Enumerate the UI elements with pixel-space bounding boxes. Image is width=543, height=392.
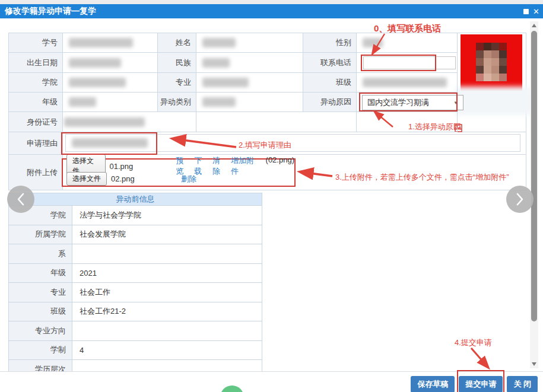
birth-date-value: [63, 53, 158, 73]
table-row: 学院 法学与社会学学院: [9, 205, 262, 225]
row-label: 系: [9, 244, 72, 263]
redacted-blur: [69, 97, 96, 107]
chevron-down-icon: ▼: [453, 100, 458, 106]
change-type-label: 异动类别: [158, 93, 196, 112]
gender-value: [357, 33, 458, 53]
redacted-blur: [69, 38, 133, 47]
attachment-upload-box: 选择文件 01.png 预览 下载 清除 增加附件 (02.png) 选择文件 …: [62, 158, 296, 187]
row-value: 2021: [72, 264, 262, 283]
row-value: 4: [72, 341, 262, 360]
modal-title: 修改学籍异动申请—复学: [0, 6, 96, 17]
name-label: 姓名: [158, 33, 196, 53]
college-value: [63, 73, 158, 93]
student-id-value: [63, 33, 158, 53]
apply-reason-textarea[interactable]: [65, 134, 520, 152]
carousel-prev-button[interactable]: [7, 186, 34, 213]
redacted-blur: [202, 38, 236, 47]
major-label: 专业: [158, 73, 196, 93]
delete-link[interactable]: 删除: [181, 174, 196, 184]
table-row: 专业 社会工作: [9, 282, 262, 302]
application-form-table: 学号 姓名 性别: [8, 33, 526, 190]
scrollbar-thumb[interactable]: [531, 31, 537, 321]
annotation-step0: 0、填写联系电话: [374, 23, 441, 34]
pixelated-face: [476, 43, 507, 81]
row-label: 学制: [9, 341, 72, 360]
college-label: 学院: [9, 73, 63, 93]
name-value: [196, 33, 303, 53]
grade-label: 年级: [9, 93, 63, 112]
grade-value: [63, 93, 158, 112]
attachment-label: 附件上传: [9, 155, 63, 190]
annotation-step3: 3.上传附件，若需上传多个文件，需点击“增加附件”: [335, 172, 509, 183]
modal-titlebar: 修改学籍异动申请—复学 ✕: [0, 4, 543, 18]
row-label: 所属学院: [9, 225, 72, 244]
modal-footer: 保存草稿 提交申请 关 闭: [0, 371, 543, 392]
major-value: [196, 73, 303, 93]
carousel-next-button[interactable]: [506, 186, 534, 213]
apply-reason-label: 申请理由: [9, 132, 63, 155]
row-value: 社会发展学院: [72, 225, 262, 244]
ethnicity-label: 民族: [158, 53, 196, 73]
photo-cell: [458, 33, 526, 132]
redacted-blur: [455, 87, 533, 115]
phone-input[interactable]: [363, 56, 456, 69]
photo-red-background: [461, 34, 522, 91]
submit-application-button[interactable]: 提交申请: [459, 376, 503, 392]
student-id-label: 学号: [9, 33, 63, 53]
student-change-application-modal: 修改学籍异动申请—复学 ✕ 学号 姓名 性别: [0, 0, 543, 392]
change-reason-selected-value: 国内交流学习期满: [367, 97, 429, 108]
redacted-blur: [363, 38, 383, 47]
redacted-blur: [363, 78, 447, 87]
redacted-blur: [202, 58, 230, 68]
annotation-step2: 2.填写申请理由: [239, 140, 291, 151]
empty-cell: [196, 112, 357, 132]
row-value: 社会工作: [72, 283, 262, 302]
row-value: 法学与社会学学院: [72, 206, 262, 225]
save-draft-button[interactable]: 保存草稿: [411, 376, 455, 392]
redacted-blur: [69, 58, 121, 68]
redacted-blur: [69, 78, 126, 87]
id-number-label: 身份证号: [9, 112, 63, 132]
row-label: 年级: [9, 264, 72, 283]
attachment-row-2: 选择文件 02.png 删除: [66, 173, 294, 185]
table-row: 专业方向: [9, 321, 262, 340]
table-row: 年级 2021: [9, 263, 262, 283]
chevron-right-icon: [516, 193, 524, 206]
row-label: 班级: [9, 302, 72, 321]
maximize-icon[interactable]: [523, 9, 529, 14]
page-top-edge: [0, 0, 543, 4]
table-row: 班级 社会工作21-2: [9, 302, 262, 321]
scroll-down-icon[interactable]: [532, 362, 536, 366]
attachment-row-1: 选择文件 01.png 预览 下载 清除 增加附件 (02.png): [66, 160, 294, 173]
birth-date-label: 出生日期: [9, 53, 63, 73]
redacted-blur: [202, 97, 236, 107]
close-button[interactable]: 关 闭: [507, 376, 538, 392]
annotation-step4: 4.提交申请: [455, 337, 492, 348]
row-label: 专业方向: [9, 321, 72, 340]
phone-cell: [357, 53, 458, 73]
row-value: [72, 321, 262, 340]
before-info-header: 异动前信息: [9, 193, 262, 205]
class-value: [357, 73, 458, 93]
scroll-up-icon[interactable]: [532, 24, 536, 27]
choose-file-button[interactable]: 选择文件: [66, 172, 107, 186]
arrow-step4: [471, 348, 488, 367]
table-row: 系: [9, 244, 262, 263]
file-name: 02.png: [111, 174, 181, 183]
change-reason-cell: 国内交流学习期满 ▼: [357, 93, 458, 112]
phone-label: 联系电话: [303, 53, 357, 73]
table-row: 学制 4: [9, 340, 262, 360]
row-value: 社会工作21-2: [72, 302, 262, 321]
id-number-value: [63, 112, 196, 132]
change-type-value: [196, 93, 303, 112]
redacted-blur: [72, 138, 148, 148]
change-reason-select[interactable]: 国内交流学习期满 ▼: [362, 95, 463, 110]
annotation-step1: 1.选择异动原因: [408, 122, 461, 132]
gender-label: 性别: [303, 33, 357, 53]
redacted-blur: [202, 78, 249, 87]
close-icon[interactable]: ✕: [533, 8, 539, 15]
class-label: 班级: [303, 73, 357, 93]
table-row: 所属学院 社会发展学院: [9, 225, 262, 244]
id-photo: [461, 34, 522, 117]
row-label: 专业: [9, 283, 72, 302]
